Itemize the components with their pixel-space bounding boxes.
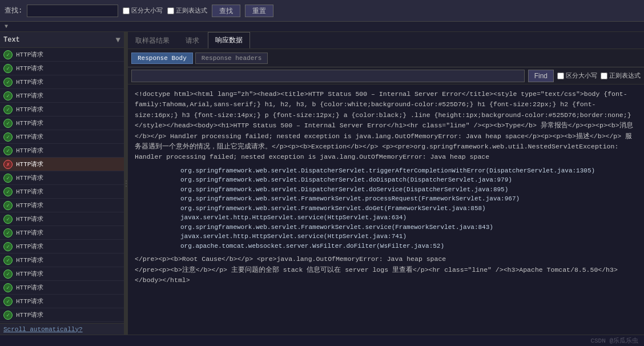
- main-tab-2[interactable]: 响应数据: [208, 32, 250, 49]
- request-label: HTTP请求: [16, 242, 43, 251]
- content-area[interactable]: <!doctype html><html lang="zh"><head><ti…: [128, 85, 644, 335]
- filter-icon[interactable]: ▼: [116, 35, 120, 45]
- success-icon: ✓: [3, 201, 13, 210]
- request-label: HTTP请求: [16, 187, 43, 196]
- success-icon: ✓: [3, 50, 13, 59]
- request-label: HTTP请求: [16, 78, 43, 86]
- success-icon: ✓: [3, 215, 13, 224]
- content-regex-checkbox-label[interactable]: 正则表达式: [601, 71, 641, 80]
- success-icon: ✓: [3, 174, 13, 183]
- request-item[interactable]: ✓HTTP请求: [0, 295, 124, 308]
- scroll-label[interactable]: Scroll automatically?: [3, 326, 83, 333]
- success-icon: ✓: [3, 283, 13, 292]
- regex-checkbox-label[interactable]: 正则表达式: [167, 6, 207, 15]
- request-list[interactable]: ✓HTTP请求✓HTTP请求✓HTTP请求✓HTTP请求✓HTTP请求✓HTTP…: [0, 48, 124, 323]
- find-button[interactable]: 查找: [212, 5, 240, 17]
- request-item[interactable]: ✓HTTP请求: [0, 308, 124, 322]
- success-icon: ✓: [3, 105, 13, 114]
- root-cause-content: </pre><p><b>Root Cause</b></p> <pre>java…: [135, 254, 637, 264]
- stack-line: org.apache.tomcat.websocket.server.WsFil…: [135, 242, 637, 251]
- panel-title: Text: [3, 36, 20, 44]
- success-icon: ✓: [3, 146, 13, 155]
- request-label: HTTP请求: [16, 160, 43, 168]
- request-item[interactable]: ✓HTTP请求: [0, 48, 124, 62]
- content-find-button[interactable]: Find: [528, 70, 554, 82]
- content-regex-checkbox[interactable]: [601, 73, 607, 79]
- content-case-checkbox[interactable]: [557, 73, 564, 79]
- note-content: </pre><p><b>注意</b></p> 主要问题的全部 stack 信息可…: [135, 265, 637, 286]
- success-icon: ✓: [3, 297, 13, 306]
- request-label: HTTP请求: [16, 64, 43, 73]
- scroll-bar[interactable]: Scroll automatically?: [0, 323, 124, 335]
- request-label: HTTP请求: [16, 50, 43, 59]
- arrow-row: ▼: [0, 22, 644, 32]
- error-icon: ✗: [3, 160, 13, 169]
- stack-line: org.springframework.web.servlet.Framewor…: [135, 223, 637, 232]
- bottom-bar: CSDN @乐瓜乐虫: [0, 335, 644, 346]
- request-item[interactable]: ✓HTTP请求: [0, 116, 124, 130]
- request-item[interactable]: ✓HTTP请求: [0, 254, 124, 267]
- request-label: HTTP请求: [16, 297, 43, 305]
- success-icon: ✓: [3, 119, 13, 128]
- main-tab-1[interactable]: 请求: [178, 33, 207, 49]
- request-item[interactable]: ✓HTTP请求: [0, 103, 124, 116]
- request-label: HTTP请求: [16, 215, 43, 223]
- request-item[interactable]: ✓HTTP请求: [0, 281, 124, 295]
- request-item[interactable]: ✓HTTP请求: [0, 171, 124, 185]
- left-panel: Text ▼ ✓HTTP请求✓HTTP请求✓HTTP请求✓HTTP请求✓HTTP…: [0, 32, 124, 335]
- request-label: HTTP请求: [16, 283, 43, 292]
- stack-line: javax.servlet.http.HttpServlet.service(H…: [135, 213, 637, 223]
- request-item[interactable]: ✓HTTP请求: [0, 226, 124, 240]
- request-item[interactable]: ✓HTTP请求: [0, 199, 124, 212]
- case-sensitive-checkbox-label[interactable]: 区分大小写: [123, 6, 163, 15]
- main-layout: Text ▼ ✓HTTP请求✓HTTP请求✓HTTP请求✓HTTP请求✓HTTP…: [0, 32, 644, 335]
- request-label: HTTP请求: [16, 256, 43, 264]
- success-icon: ✓: [3, 242, 13, 251]
- left-panel-header: Text ▼: [0, 32, 124, 48]
- success-icon: ✓: [3, 269, 13, 279]
- request-item[interactable]: ✓HTTP请求: [0, 75, 124, 89]
- request-item[interactable]: ✓HTTP请求: [0, 267, 124, 281]
- case-sensitive-checkbox[interactable]: [123, 7, 130, 14]
- right-panel: 取样器结果请求响应数据 Response BodyResponse header…: [128, 32, 644, 335]
- request-label: HTTP请求: [16, 91, 43, 100]
- stack-line: org.springframework.web.servlet.Dispatch…: [135, 166, 637, 176]
- search-input[interactable]: [27, 5, 118, 17]
- search-label: 查找:: [5, 6, 22, 15]
- arrow-down-icon: ▼: [5, 23, 8, 30]
- request-label: HTTP请求: [16, 228, 43, 237]
- request-item[interactable]: ✓HTTP请求: [0, 185, 124, 199]
- regex-checkbox[interactable]: [167, 7, 174, 14]
- main-tabs-row: 取样器结果请求响应数据: [128, 32, 644, 49]
- response-html-content: <!doctype html><html lang="zh"><head><ti…: [135, 89, 637, 163]
- request-label: HTTP请求: [16, 311, 43, 319]
- stack-line: org.springframework.web.servlet.Framewor…: [135, 194, 637, 204]
- success-icon: ✓: [3, 228, 13, 238]
- main-tab-0[interactable]: 取样器结果: [128, 33, 177, 49]
- content-case-checkbox-label[interactable]: 区分大小写: [557, 71, 597, 80]
- reset-button[interactable]: 重置: [245, 5, 273, 17]
- success-icon: ✓: [3, 132, 13, 142]
- sub-tab-1[interactable]: Response headers: [195, 53, 268, 64]
- sub-tabs-row: Response BodyResponse headers: [128, 49, 644, 67]
- request-item[interactable]: ✓HTTP请求: [0, 89, 124, 103]
- request-label: HTTP请求: [16, 201, 43, 210]
- search-bar: 查找: 区分大小写 正则表达式 查找 重置: [0, 0, 644, 22]
- request-item[interactable]: ✓HTTP请求: [0, 62, 124, 75]
- request-label: HTTP请求: [16, 174, 43, 182]
- request-item[interactable]: ✗HTTP请求: [0, 158, 124, 171]
- success-icon: ✓: [3, 64, 13, 73]
- stack-line: org.springframework.web.servlet.Dispatch…: [135, 185, 637, 195]
- stack-line: org.springframework.web.servlet.Dispatch…: [135, 175, 637, 185]
- success-icon: ✓: [3, 311, 13, 320]
- request-item[interactable]: ✓HTTP请求: [0, 240, 124, 254]
- sub-tab-0[interactable]: Response Body: [131, 53, 193, 64]
- request-item[interactable]: ✓HTTP请求: [0, 212, 124, 226]
- success-icon: ✓: [3, 78, 13, 87]
- request-item[interactable]: ✓HTTP请求: [0, 144, 124, 158]
- request-item[interactable]: ✓HTTP请求: [0, 130, 124, 144]
- filter-input[interactable]: [131, 70, 525, 82]
- request-label: HTTP请求: [16, 132, 43, 141]
- success-icon: ✓: [3, 91, 13, 100]
- stack-line: org.springframework.web.servlet.Framewor…: [135, 204, 637, 214]
